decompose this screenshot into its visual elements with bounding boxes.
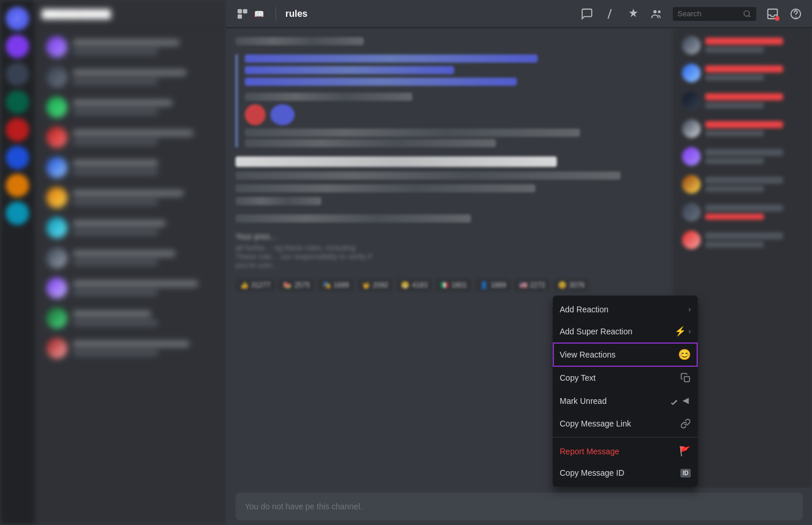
copy-link-right [680,418,691,429]
context-menu-mark-unread[interactable]: Mark Unread ◄ [553,389,698,413]
reaction-italy[interactable]: 🇮🇹 1801 [436,279,472,291]
member-2 [677,60,807,86]
svg-marker-10 [671,399,677,404]
svg-rect-0 [238,9,242,13]
help-icon[interactable] [789,7,803,21]
inbox-icon[interactable] [766,7,780,21]
context-menu-add-super-reaction[interactable]: Add Super Reaction ⚡ › [553,320,698,342]
super-reaction-right: ⚡ › [675,326,691,337]
slash-icon[interactable] [603,7,617,21]
server-icon-3[interactable] [6,63,29,86]
message-block-4: Your pres… all furthe… ng these rules, i… [235,232,664,269]
mark-unread-label: Mark Unread [560,396,607,406]
svg-point-4 [658,10,661,13]
report-message-label: Report Message [560,447,619,456]
copy-text-right [680,373,691,383]
member-6 [677,172,807,197]
message-block-rules [235,54,664,147]
chevron-right-icon: › [688,305,691,313]
member-3 [677,88,807,114]
context-menu-view-reactions[interactable]: View Reactions 😊 [553,342,698,367]
channel-items [35,28,226,369]
member-4 [677,116,807,141]
context-menu-divider [553,437,698,437]
book-icon: 📖 [254,9,264,19]
message-input-bar: You do not have pe this channel. [235,493,803,520]
server-icon-1[interactable]: ✓ [6,7,29,30]
channel-list-panel: ████████████ [35,0,226,525]
notification-dot [775,16,780,21]
channel-row-11 [39,334,222,363]
server-icon-list: ✓ [0,0,35,525]
reaction-grin[interactable]: 😁 4183 [396,279,432,291]
messages-area: Your pres… all furthe… ng these rules, i… [226,28,812,488]
link-icon [680,418,691,429]
svg-rect-1 [243,9,248,13]
copy-message-link-label: Copy Message Link [560,419,631,428]
channel-row-2 [39,63,222,92]
server-icon-7[interactable] [6,174,29,197]
channel-row-7 [39,213,222,242]
view-reactions-label: View Reactions [560,350,615,359]
channel-row-8 [39,243,222,272]
header-right: Search [580,7,803,21]
mark-unread-right: ◄ [668,395,691,407]
reaction-person[interactable]: 👤 1889 [475,279,511,291]
context-menu-copy-text[interactable]: Copy Text [553,367,698,389]
channel-row-4 [39,123,222,152]
server-icon-5[interactable] [6,118,29,141]
member-7 [677,199,807,225]
channel-name: rules [285,9,307,19]
app-container: ✓ ████████████ [0,0,812,525]
reaction-theater[interactable]: 🎭 1689 [318,279,354,291]
message-block-2 [235,156,664,205]
add-reaction-right: › [688,305,691,313]
channel-row-10 [39,304,222,333]
reaction-hand[interactable]: 🤟 2092 [357,279,393,291]
server-icon-4[interactable] [6,90,29,114]
channel-row-9 [39,274,222,302]
header-divider [276,7,276,21]
server-name: ████████████ [35,0,226,28]
svg-point-3 [654,10,657,13]
context-menu-add-reaction[interactable]: Add Reaction › [553,299,698,320]
svg-point-8 [795,16,796,17]
message-block-1 [235,37,664,45]
reaction-thumbs[interactable]: 👍 31277 [235,279,275,291]
add-reaction-label: Add Reaction [560,305,608,314]
server-icon-8[interactable] [6,202,29,225]
main-content: 📖 rules Search [226,0,812,525]
channel-row-5 [39,153,222,182]
copy-text-label: Copy Text [560,373,596,382]
context-menu-copy-message-id[interactable]: Copy Message ID ID [553,462,698,483]
svg-point-5 [744,10,749,16]
report-right: 🚩 [679,446,691,457]
context-menu-copy-message-link[interactable]: Copy Message Link [553,413,698,435]
reaction-smile[interactable]: 😊 3076 [553,279,589,291]
member-5 [677,144,807,169]
view-reactions-right: 😊 [678,348,691,361]
super-chevron-icon: › [688,327,691,336]
server-icon-2[interactable] [6,35,29,58]
pin-icon[interactable] [626,7,640,21]
search-bar[interactable]: Search [673,7,756,21]
channel-type-icon [235,7,249,21]
reactions-row: 👍 31277 🍉 2575 🎭 1689 🤟 2092 😁 4183 🇮🇹 1… [235,279,664,291]
reaction-watermelon[interactable]: 🍉 2575 [278,279,314,291]
context-menu-report-message[interactable]: Report Message 🚩 [553,440,698,462]
bell-icon [668,396,678,406]
channel-row-1 [39,32,222,61]
reaction-usa[interactable]: 🇺🇸 2272 [514,279,550,291]
threads-icon[interactable] [580,7,594,21]
member-8 [677,227,807,253]
server-icon-6[interactable] [6,146,29,169]
member-1 [677,32,807,58]
members-icon[interactable] [650,7,664,21]
search-placeholder: Search [677,9,740,18]
super-reaction-icon: ⚡ [675,326,686,337]
no-permission-text: You do not have pe this channel. [245,502,362,511]
left-sidebar: ✓ ████████████ [0,0,226,525]
smiley-icon: 😊 [678,348,691,361]
channel-header: 📖 rules Search [226,0,812,28]
svg-rect-2 [238,14,242,19]
